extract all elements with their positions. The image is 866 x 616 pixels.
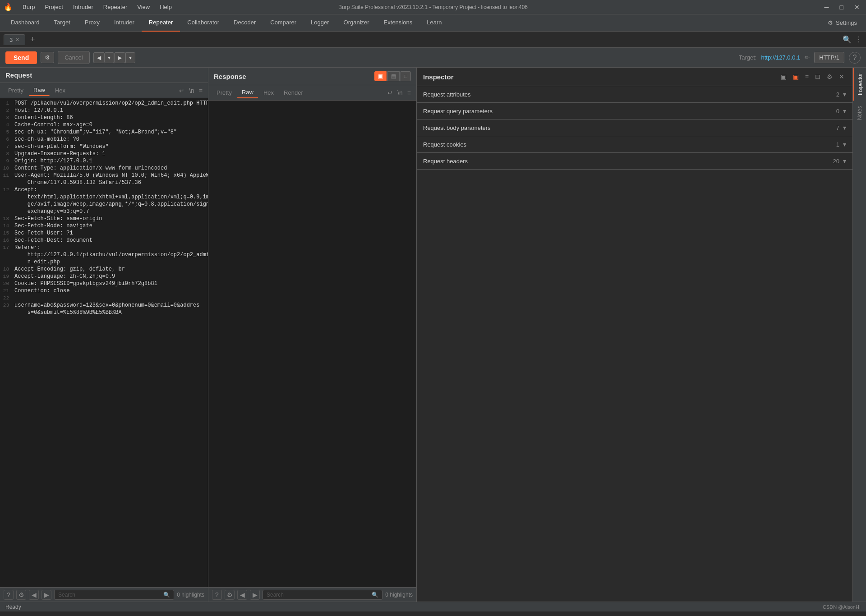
send-options-button[interactable]: ⚙: [41, 52, 54, 63]
response-back-icon[interactable]: ◀: [237, 590, 247, 600]
request-help-icon[interactable]: ?: [4, 590, 14, 600]
request-forward-icon[interactable]: ▶: [41, 590, 51, 600]
inspector-row-attributes[interactable]: Request attributes 2 ▾: [417, 86, 852, 102]
view-split-btn[interactable]: ▣: [374, 71, 387, 81]
tab-pretty-response[interactable]: Pretty: [212, 87, 236, 98]
view-horizontal-btn[interactable]: ▤: [387, 71, 400, 81]
menu-view[interactable]: View: [133, 3, 154, 11]
inspector-row-body[interactable]: Request body parameters 7 ▾: [417, 120, 852, 136]
nav-learn[interactable]: Learn: [419, 14, 449, 32]
response-search-box[interactable]: Search 🔍: [263, 590, 382, 600]
statusbar: Ready CSDN @AisonHI: [0, 602, 866, 611]
tab-close-icon[interactable]: ✕: [15, 37, 19, 43]
send-button[interactable]: Send: [5, 51, 37, 64]
inspector-split-icon[interactable]: ⊟: [813, 72, 822, 81]
nav-proxy[interactable]: Proxy: [78, 14, 107, 32]
request-back-icon[interactable]: ◀: [29, 590, 39, 600]
newline-icon-response[interactable]: \n: [396, 87, 405, 98]
inspector-row-cookies[interactable]: Request cookies 1 ▾: [417, 136, 852, 152]
code-line-8: 8Upgrade-Insecure-Requests: 1: [0, 151, 208, 158]
close-button[interactable]: ✕: [852, 3, 862, 12]
code-line-12d: exchange;v=b3;q=0.7: [0, 208, 208, 216]
menu-intruder[interactable]: Intruder: [69, 3, 98, 11]
repeater-tab-3[interactable]: 3 ✕: [4, 34, 25, 45]
nav-logger[interactable]: Logger: [304, 14, 336, 32]
side-tab-notes[interactable]: Notes: [854, 101, 866, 125]
chevron-down-icon-body: ▾: [843, 124, 846, 131]
menu-help[interactable]: Help: [155, 3, 176, 11]
tabbar: 3 ✕ + 🔍 ⋮: [0, 32, 866, 48]
tab-add-button[interactable]: +: [27, 34, 38, 45]
response-forward-icon[interactable]: ▶: [250, 590, 260, 600]
nav-extensions[interactable]: Extensions: [377, 14, 420, 32]
maximize-button[interactable]: □: [837, 3, 846, 12]
inspector-count-body: 7: [836, 124, 839, 131]
nav-dashboard[interactable]: Dashboard: [4, 14, 47, 32]
nav-comparer[interactable]: Comparer: [263, 14, 304, 32]
tab-pretty-request[interactable]: Pretty: [4, 85, 28, 96]
nav-intruder[interactable]: Intruder: [107, 14, 142, 32]
cancel-button[interactable]: Cancel: [58, 51, 89, 64]
inspector-row-query[interactable]: Request query parameters 0 ▾: [417, 103, 852, 119]
view-vertical-btn[interactable]: □: [401, 71, 411, 81]
newline-icon-request[interactable]: \n: [187, 85, 196, 96]
tabbar-more-icon[interactable]: ⋮: [855, 35, 862, 44]
response-settings-icon[interactable]: ⚙: [225, 590, 235, 600]
inspector-layout1-icon[interactable]: ▣: [779, 72, 788, 81]
forward-dropdown-button[interactable]: ▾: [125, 52, 135, 63]
tab-hex-response[interactable]: Hex: [259, 87, 278, 98]
minimize-button[interactable]: ─: [822, 3, 832, 12]
request-settings-icon[interactable]: ⚙: [16, 590, 26, 600]
more-icon-request[interactable]: ≡: [197, 85, 204, 96]
menu-project[interactable]: Project: [40, 3, 67, 11]
inspector-gear-icon[interactable]: ⚙: [825, 72, 834, 81]
nav-target[interactable]: Target: [47, 14, 78, 32]
nav-organizer[interactable]: Organizer: [336, 14, 377, 32]
tab-render-response[interactable]: Render: [279, 87, 308, 98]
menu-repeater[interactable]: Repeater: [99, 3, 132, 11]
forward-button[interactable]: ▶: [114, 52, 125, 63]
target-edit-icon[interactable]: ✏: [805, 54, 810, 61]
help-button[interactable]: ?: [849, 52, 861, 64]
chevron-down-icon-query: ▾: [843, 107, 846, 115]
target-area: Target: http://127.0.0.1 ✏ HTTP/1 ?: [739, 52, 861, 64]
more-icon-response[interactable]: ≡: [405, 87, 413, 98]
code-line-22: 22: [0, 295, 208, 302]
code-line-5: 5sec-ch-ua: "Chromium";v="117", "Not;A=B…: [0, 129, 208, 136]
tabbar-search-icon[interactable]: 🔍: [843, 35, 852, 44]
titlebar: 🔥 Burp Project Intruder Repeater View He…: [0, 0, 866, 14]
code-line-2: 2Host: 127.0.0.1: [0, 107, 208, 115]
gear-icon: ⚙: [828, 19, 833, 26]
nav-decoder[interactable]: Decoder: [226, 14, 263, 32]
back-dropdown-button[interactable]: ▾: [104, 52, 114, 63]
code-line-17: 17Referer:: [0, 244, 208, 252]
request-search-box[interactable]: Search 🔍: [54, 590, 174, 600]
tab-raw-response[interactable]: Raw: [237, 87, 258, 98]
settings-button[interactable]: ⚙ Settings: [822, 19, 862, 26]
response-view-toggle: ▣ ▤ □: [374, 71, 411, 81]
tab-hex-request[interactable]: Hex: [51, 85, 70, 96]
inspector-close-icon[interactable]: ✕: [837, 72, 846, 81]
response-panel: Response ▣ ▤ □ Pretty Raw Hex Render ↵ \…: [208, 68, 417, 602]
wrap-text-icon-response[interactable]: ↵: [386, 87, 395, 98]
back-button[interactable]: ◀: [93, 52, 104, 63]
side-tab-inspector[interactable]: Inspector: [853, 68, 866, 101]
wrap-text-icon-request[interactable]: ↵: [177, 85, 186, 96]
window-controls: ─ □ ✕: [822, 3, 862, 12]
request-code-area[interactable]: 1POST /pikachu/vul/overpermission/op2/op…: [0, 98, 208, 587]
inspector-align-icon[interactable]: ≡: [803, 72, 811, 81]
response-search-text: Search: [267, 592, 284, 598]
inspector-row-headers[interactable]: Request headers 20 ▾: [417, 153, 852, 169]
http-version-button[interactable]: HTTP/1: [814, 52, 844, 63]
nav-repeater[interactable]: Repeater: [142, 14, 180, 32]
nav-collaborator[interactable]: Collaborator: [180, 14, 226, 32]
code-line-3: 3Content-Length: 86: [0, 115, 208, 122]
request-search-text: Search: [58, 592, 75, 598]
response-help-icon[interactable]: ?: [212, 590, 222, 600]
code-line-11: 11User-Agent: Mozilla/5.0 (Windows NT 10…: [0, 172, 208, 179]
response-panel-header: Response ▣ ▤ □: [208, 68, 416, 85]
inspector-layout2-icon[interactable]: ▣: [791, 72, 801, 81]
menu-burp[interactable]: Burp: [18, 3, 39, 11]
tab-raw-request[interactable]: Raw: [29, 85, 50, 96]
inspector-count-cookies: 1: [836, 141, 839, 148]
